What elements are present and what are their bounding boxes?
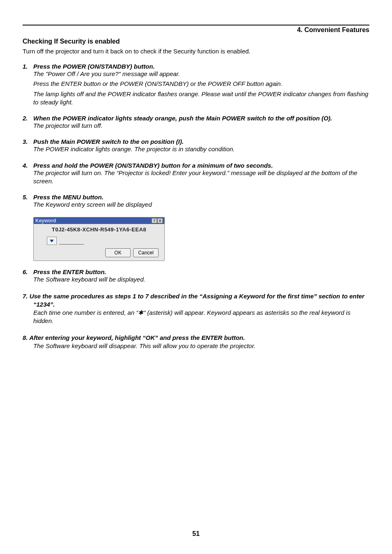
step-7: 7. Use the same procedures as steps 1 to… xyxy=(23,292,369,325)
step-text: Each time one number is entered, an “✱” … xyxy=(33,309,369,325)
keyword-input[interactable] xyxy=(59,237,84,245)
step-4: 4. Press and hold the POWER (ON/STANDBY)… xyxy=(23,162,369,186)
step-heading: Use the same procedures as steps 1 to 7 … xyxy=(30,293,364,308)
keyboard-dropdown[interactable] xyxy=(47,237,57,245)
serial-code: T0J2-45K8-XCHN-R549-1YA6-EEA8 xyxy=(38,226,160,233)
step-1: 1. Press the POWER (ON/STANDBY) button. … xyxy=(23,63,369,106)
step-number: 4. xyxy=(23,162,30,169)
intro-text: Turn off the projector and turn it back … xyxy=(23,48,369,55)
step-text: The projector will turn off. xyxy=(33,122,369,130)
step-heading: Push the Main POWER switch to the on pos… xyxy=(33,138,184,145)
step-heading: Press the MENU button. xyxy=(33,194,104,201)
step-2: 2. When the POWER indicator lights stead… xyxy=(23,115,369,130)
step-text: The lamp lights off and the POWER indica… xyxy=(33,90,369,107)
step-text: The Keyword entry screen will be display… xyxy=(33,201,369,209)
page-number: 51 xyxy=(0,530,392,538)
step-text: The Software keyboard will be displayed. xyxy=(33,275,369,284)
page-title: Checking If Security is enabled xyxy=(23,38,369,45)
top-rule xyxy=(23,25,369,25)
chevron-down-icon xyxy=(49,239,54,243)
step-heading: Press the ENTER button. xyxy=(33,268,106,275)
step-text: The POWER indicator lights orange. The p… xyxy=(33,145,369,153)
dialog-title: Keyword xyxy=(35,218,56,224)
ok-button[interactable]: OK xyxy=(105,248,131,257)
step-text: Press the ENTER button or the POWER (ON/… xyxy=(33,80,369,88)
step-number: 3. xyxy=(23,138,30,145)
step-number: 2. xyxy=(23,115,30,122)
step-text: The projector will turn on. The “Project… xyxy=(33,169,369,186)
step-heading: After entering your keyword, highlight “… xyxy=(29,334,245,341)
step-number: 1. xyxy=(23,63,30,70)
step-heading: Press the POWER (ON/STANDBY) button. xyxy=(33,63,155,70)
step-number: 7. xyxy=(23,293,28,300)
step-number: 8. xyxy=(23,334,28,341)
step-5: 5. Press the MENU button. The Keyword en… xyxy=(23,194,369,209)
step-8: 8. After entering your keyword, highligh… xyxy=(23,334,369,351)
cancel-button[interactable]: Cancel xyxy=(133,248,159,257)
step-heading: When the POWER indicator lights steady o… xyxy=(33,115,332,122)
svg-marker-0 xyxy=(50,240,54,242)
keyword-dialog: Keyword ? X T0J2-45K8-XCHN-R549-1YA6-EEA… xyxy=(33,217,165,261)
step-number: 5. xyxy=(23,194,30,201)
close-button[interactable]: X xyxy=(157,218,163,223)
section-header: 4. Convenient Features xyxy=(23,26,369,34)
help-button[interactable]: ? xyxy=(152,218,157,223)
step-number: 6. xyxy=(23,268,30,275)
step-text: The "Power Off / Are you sure?" message … xyxy=(33,70,369,78)
step-text: The Software keyboard will disappear. Th… xyxy=(33,342,369,350)
step-6: 6. Press the ENTER button. The Software … xyxy=(23,268,369,284)
dialog-titlebar: Keyword ? X xyxy=(34,217,164,224)
step-3: 3. Push the Main POWER switch to the on … xyxy=(23,138,369,153)
step-heading: Press and hold the POWER (ON/STANDBY) bu… xyxy=(33,162,273,169)
